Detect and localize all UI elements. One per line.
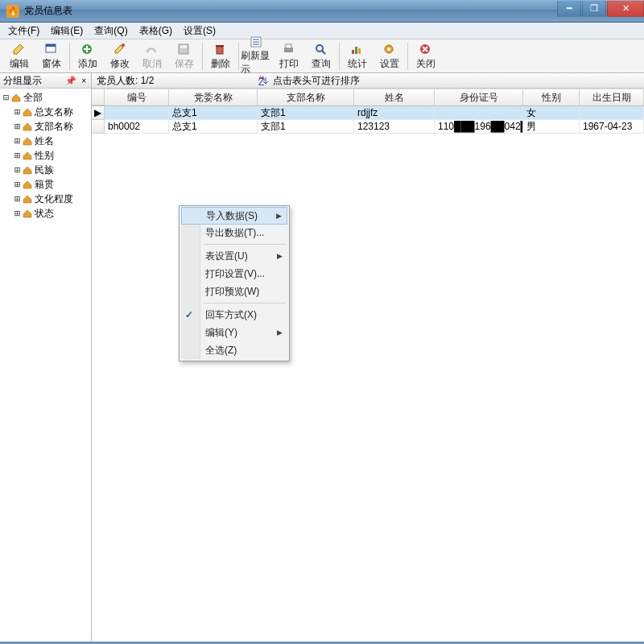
tree-expand-icon[interactable]: ⊞ [13, 148, 22, 163]
tree-root-label: 全部 [23, 90, 43, 105]
app-icon: 🔥 [6, 5, 19, 18]
toolbar-label: 窗体 [42, 57, 61, 71]
tree-expand-icon[interactable]: ⊞ [13, 206, 22, 221]
col-idnum[interactable]: 身份证号 [435, 89, 523, 105]
cell[interactable]: 总支1 [169, 106, 258, 120]
ctx-item[interactable]: 导出数据(T)... [181, 224, 287, 242]
table-row[interactable]: bh0002总支1支部1123123110███196██042█5430男19… [92, 120, 644, 134]
house-icon [22, 165, 33, 175]
tree-item[interactable]: ⊞文化程度 [13, 192, 89, 206]
toolbar-save-button: 保存 [168, 40, 200, 72]
toolbar-print-button[interactable]: 打印 [273, 40, 305, 72]
cell[interactable]: 110███196██042█5430 [435, 120, 523, 134]
col-branch[interactable]: 支部名称 [258, 89, 354, 105]
ctx-item[interactable]: 打印预览(W) [181, 283, 287, 300]
query-icon [314, 42, 328, 56]
ctx-item[interactable]: 导入数据(S)▶ [181, 207, 287, 225]
ctx-item[interactable]: 全选(Z) [181, 341, 287, 359]
tree-expand-icon[interactable]: ⊞ [13, 163, 22, 177]
grid-header: 编号 党委名称 支部名称 姓名 身份证号 性别 出生日期 [92, 89, 644, 106]
tree-item[interactable]: ⊞状态 [13, 206, 89, 221]
tree-expand-icon[interactable]: ⊞ [13, 177, 22, 192]
toolbar-edit-button[interactable]: 编辑 [3, 40, 35, 72]
close-icon [419, 42, 433, 56]
tree-item[interactable]: ⊞总支名称 [13, 105, 89, 119]
col-name[interactable]: 姓名 [354, 89, 435, 105]
toolbar-stats-button[interactable]: 统计 [341, 40, 374, 72]
submenu-arrow-icon: ▶ [277, 328, 283, 336]
tree-item-label: 性别 [35, 148, 54, 163]
window-title: 党员信息表 [24, 4, 72, 18]
toolbar-settings-button[interactable]: 设置 [374, 40, 406, 72]
stats-icon [350, 42, 365, 56]
sidebar-title: 分组显示 [3, 74, 42, 88]
window-minimize-button[interactable]: ━ [557, 1, 581, 17]
data-grid[interactable]: 编号 党委名称 支部名称 姓名 身份证号 性别 出生日期 ▶总支1支部1rdjj… [92, 89, 644, 134]
settings-icon [382, 42, 397, 56]
house-icon [10, 93, 22, 102]
menu-settings[interactable]: 设置(S) [179, 23, 221, 39]
svg-point-15 [385, 45, 393, 53]
col-id[interactable]: 编号 [105, 89, 169, 105]
cell[interactable]: 支部1 [258, 106, 354, 120]
toolbar-label: 统计 [348, 57, 367, 71]
tree-item[interactable]: ⊞性别 [13, 148, 89, 163]
cell[interactable] [105, 106, 169, 120]
col-birth[interactable]: 出生日期 [580, 89, 644, 105]
ctx-item[interactable]: 打印设置(V)... [181, 265, 287, 283]
menu-table[interactable]: 表格(G) [134, 23, 177, 39]
tree-expand-icon[interactable]: ⊞ [13, 192, 22, 206]
cell[interactable] [435, 106, 523, 120]
ctx-item[interactable]: 表设置(U)▶ [181, 247, 287, 265]
col-gender[interactable]: 性别 [523, 89, 580, 105]
tree-item[interactable]: ⊞籍贯 [13, 177, 89, 192]
tree-item-label: 民族 [35, 163, 54, 177]
tree-item[interactable]: ⊞支部名称 [13, 119, 89, 134]
main-area: 党员人数: 1/2 AZ 点击表头可进行排序 编号 党委名称 支部名称 姓名 身… [92, 73, 644, 642]
toolbar-label: 编辑 [10, 57, 29, 71]
ctx-item-label: 全选(Z) [205, 344, 237, 357]
toolbar-refresh-button[interactable]: 刷新显示 [241, 40, 273, 72]
toolbar-modify-button[interactable]: 修改 [104, 40, 136, 72]
tree-item[interactable]: ⊞姓名 [13, 134, 89, 148]
ctx-item[interactable]: 编辑(Y)▶ [181, 324, 287, 341]
row-marker: ▶ [92, 106, 105, 120]
cell[interactable]: 男 [523, 120, 580, 134]
window-close-button[interactable]: ✕ [607, 1, 644, 17]
toolbar-window-button[interactable]: 窗体 [35, 40, 68, 72]
tree-expand-icon[interactable]: ⊞ [13, 105, 22, 119]
ctx-item-label: 回车方式(X) [205, 308, 257, 322]
cell[interactable]: 支部1 [258, 120, 354, 134]
ctx-item-label: 表设置(U) [205, 250, 248, 263]
cell[interactable]: rdjjfz [354, 106, 435, 120]
tree-root[interactable]: ⊟ 全部 [2, 90, 89, 105]
tree-collapse-icon[interactable]: ⊟ [2, 90, 10, 105]
cell[interactable]: 女 [523, 106, 580, 120]
svg-rect-5 [180, 45, 187, 48]
sidebar-close-button[interactable]: × [78, 76, 89, 85]
menu-edit[interactable]: 编辑(E) [46, 23, 88, 39]
sidebar-pin-icon[interactable]: 📌 [65, 76, 76, 86]
toolbar-close-button[interactable]: 关闭 [410, 40, 442, 72]
toolbar-add-button[interactable]: 添加 [72, 40, 104, 72]
tree-expand-icon[interactable]: ⊞ [13, 134, 22, 148]
toolbar-query-button[interactable]: 查询 [305, 40, 337, 72]
tree-children: ⊞总支名称⊞支部名称⊞姓名⊞性别⊞民族⊞籍贯⊞文化程度⊞状态 [13, 105, 89, 221]
toolbar-delete-button[interactable]: 删除 [204, 40, 237, 72]
ctx-item[interactable]: ✓回车方式(X) [181, 306, 287, 324]
cell[interactable]: 总支1 [169, 120, 258, 134]
cell[interactable]: 123123 [354, 120, 435, 134]
tree-expand-icon[interactable]: ⊞ [13, 119, 22, 134]
window-maximize-button[interactable]: ❐ [582, 1, 606, 17]
table-row[interactable]: ▶总支1支部1rdjjfz女 [92, 106, 644, 120]
cell[interactable]: bh0002 [105, 120, 169, 134]
toolbar-label: 刷新显示 [241, 49, 273, 76]
menu-file[interactable]: 文件(F) [3, 23, 44, 39]
menu-query[interactable]: 查询(Q) [89, 23, 132, 39]
cell[interactable]: 1967-04-23 [580, 120, 644, 134]
cell[interactable] [580, 106, 644, 120]
window-icon [44, 42, 59, 56]
tree-item[interactable]: ⊞民族 [13, 163, 89, 177]
col-committee[interactable]: 党委名称 [169, 89, 258, 105]
toolbar-label: 设置 [380, 57, 399, 71]
